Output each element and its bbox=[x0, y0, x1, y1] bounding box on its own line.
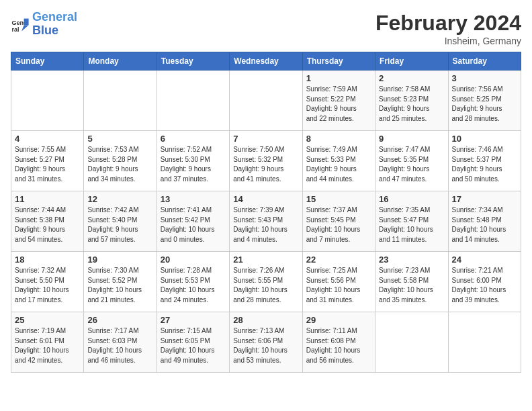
svg-text:ral: ral bbox=[11, 26, 19, 32]
day-number: 8 bbox=[306, 134, 371, 144]
logo: Gene ral General Blue bbox=[11, 11, 77, 38]
day-info: Sunrise: 7:13 AM Sunset: 6:06 PM Dayligh… bbox=[233, 326, 298, 365]
calendar-cell: 19Sunrise: 7:30 AM Sunset: 5:52 PM Dayli… bbox=[84, 252, 157, 312]
day-info: Sunrise: 7:58 AM Sunset: 5:23 PM Dayligh… bbox=[379, 85, 444, 124]
week-row-4: 18Sunrise: 7:32 AM Sunset: 5:50 PM Dayli… bbox=[11, 252, 521, 312]
day-info: Sunrise: 7:52 AM Sunset: 5:30 PM Dayligh… bbox=[161, 145, 226, 184]
day-info: Sunrise: 7:41 AM Sunset: 5:42 PM Dayligh… bbox=[161, 205, 226, 244]
calendar-cell: 18Sunrise: 7:32 AM Sunset: 5:50 PM Dayli… bbox=[11, 252, 84, 312]
day-number: 10 bbox=[452, 134, 517, 144]
calendar-cell: 28Sunrise: 7:13 AM Sunset: 6:06 PM Dayli… bbox=[230, 312, 302, 373]
calendar-cell: 24Sunrise: 7:21 AM Sunset: 6:00 PM Dayli… bbox=[448, 252, 521, 312]
day-number: 5 bbox=[87, 134, 152, 144]
header: Gene ral General Blue February 2024 Insh… bbox=[11, 11, 521, 46]
day-number: 16 bbox=[379, 194, 444, 204]
calendar-cell: 2Sunrise: 7:58 AM Sunset: 5:23 PM Daylig… bbox=[375, 71, 448, 131]
day-number: 7 bbox=[233, 134, 298, 144]
day-info: Sunrise: 7:15 AM Sunset: 6:05 PM Dayligh… bbox=[161, 326, 226, 365]
title-area: February 2024 Insheim, Germany bbox=[375, 11, 521, 46]
calendar-cell: 23Sunrise: 7:23 AM Sunset: 5:58 PM Dayli… bbox=[375, 252, 448, 312]
day-info: Sunrise: 7:44 AM Sunset: 5:38 PM Dayligh… bbox=[15, 205, 80, 244]
weekday-header-wednesday: Wednesday bbox=[230, 52, 302, 71]
day-number: 6 bbox=[161, 134, 226, 144]
logo-icon: Gene ral bbox=[11, 15, 30, 34]
day-number: 22 bbox=[306, 255, 371, 265]
week-row-2: 4Sunrise: 7:55 AM Sunset: 5:27 PM Daylig… bbox=[11, 131, 521, 191]
calendar-cell: 7Sunrise: 7:50 AM Sunset: 5:32 PM Daylig… bbox=[230, 131, 302, 191]
day-info: Sunrise: 7:35 AM Sunset: 5:47 PM Dayligh… bbox=[379, 205, 444, 244]
day-number: 19 bbox=[87, 255, 152, 265]
day-info: Sunrise: 7:32 AM Sunset: 5:50 PM Dayligh… bbox=[15, 266, 80, 305]
calendar-cell: 16Sunrise: 7:35 AM Sunset: 5:47 PM Dayli… bbox=[375, 191, 448, 252]
day-info: Sunrise: 7:49 AM Sunset: 5:33 PM Dayligh… bbox=[306, 145, 371, 184]
calendar-cell: 22Sunrise: 7:25 AM Sunset: 5:56 PM Dayli… bbox=[302, 252, 375, 312]
day-info: Sunrise: 7:17 AM Sunset: 6:03 PM Dayligh… bbox=[87, 326, 152, 365]
day-info: Sunrise: 7:30 AM Sunset: 5:52 PM Dayligh… bbox=[87, 266, 152, 305]
day-number: 23 bbox=[379, 255, 444, 265]
calendar-cell: 11Sunrise: 7:44 AM Sunset: 5:38 PM Dayli… bbox=[11, 191, 84, 252]
day-number: 21 bbox=[233, 255, 298, 265]
day-number: 17 bbox=[452, 194, 517, 204]
day-number: 18 bbox=[15, 255, 80, 265]
svg-marker-2 bbox=[24, 18, 29, 25]
calendar-cell: 21Sunrise: 7:26 AM Sunset: 5:55 PM Dayli… bbox=[230, 252, 302, 312]
calendar-cell bbox=[230, 71, 302, 131]
day-info: Sunrise: 7:23 AM Sunset: 5:58 PM Dayligh… bbox=[379, 266, 444, 305]
day-info: Sunrise: 7:11 AM Sunset: 6:08 PM Dayligh… bbox=[306, 326, 371, 365]
day-info: Sunrise: 7:50 AM Sunset: 5:32 PM Dayligh… bbox=[233, 145, 298, 184]
month-title: February 2024 bbox=[375, 11, 521, 36]
day-info: Sunrise: 7:55 AM Sunset: 5:27 PM Dayligh… bbox=[15, 145, 80, 184]
weekday-header-thursday: Thursday bbox=[302, 52, 375, 71]
day-number: 9 bbox=[379, 134, 444, 144]
calendar-cell: 27Sunrise: 7:15 AM Sunset: 6:05 PM Dayli… bbox=[157, 312, 229, 373]
logo-text-line2: Blue bbox=[32, 24, 77, 38]
calendar-cell: 26Sunrise: 7:17 AM Sunset: 6:03 PM Dayli… bbox=[84, 312, 157, 373]
logo-text-line1: General bbox=[32, 11, 77, 24]
week-row-5: 25Sunrise: 7:19 AM Sunset: 6:01 PM Dayli… bbox=[11, 312, 521, 373]
day-number: 12 bbox=[87, 194, 152, 204]
calendar-cell: 3Sunrise: 7:56 AM Sunset: 5:25 PM Daylig… bbox=[448, 71, 521, 131]
weekday-header-monday: Monday bbox=[84, 52, 157, 71]
day-number: 26 bbox=[87, 315, 152, 325]
day-number: 13 bbox=[161, 194, 226, 204]
calendar-cell: 1Sunrise: 7:59 AM Sunset: 5:22 PM Daylig… bbox=[302, 71, 375, 131]
calendar-cell: 25Sunrise: 7:19 AM Sunset: 6:01 PM Dayli… bbox=[11, 312, 84, 373]
day-info: Sunrise: 7:19 AM Sunset: 6:01 PM Dayligh… bbox=[15, 326, 80, 365]
day-number: 1 bbox=[306, 73, 371, 83]
calendar-cell: 5Sunrise: 7:53 AM Sunset: 5:28 PM Daylig… bbox=[84, 131, 157, 191]
calendar-cell: 29Sunrise: 7:11 AM Sunset: 6:08 PM Dayli… bbox=[302, 312, 375, 373]
day-number: 25 bbox=[15, 315, 80, 325]
weekday-header-sunday: Sunday bbox=[11, 52, 84, 71]
calendar-cell bbox=[375, 312, 448, 373]
calendar-table: SundayMondayTuesdayWednesdayThursdayFrid… bbox=[11, 52, 521, 373]
calendar-cell bbox=[11, 71, 84, 131]
calendar-cell: 8Sunrise: 7:49 AM Sunset: 5:33 PM Daylig… bbox=[302, 131, 375, 191]
calendar-cell: 15Sunrise: 7:37 AM Sunset: 5:45 PM Dayli… bbox=[302, 191, 375, 252]
calendar-cell: 6Sunrise: 7:52 AM Sunset: 5:30 PM Daylig… bbox=[157, 131, 229, 191]
day-number: 15 bbox=[306, 194, 371, 204]
day-info: Sunrise: 7:42 AM Sunset: 5:40 PM Dayligh… bbox=[87, 205, 152, 244]
day-info: Sunrise: 7:47 AM Sunset: 5:35 PM Dayligh… bbox=[379, 145, 444, 184]
day-info: Sunrise: 7:53 AM Sunset: 5:28 PM Dayligh… bbox=[87, 145, 152, 184]
day-number: 2 bbox=[379, 73, 444, 83]
calendar-cell bbox=[84, 71, 157, 131]
day-info: Sunrise: 7:59 AM Sunset: 5:22 PM Dayligh… bbox=[306, 85, 371, 124]
calendar-cell: 17Sunrise: 7:34 AM Sunset: 5:48 PM Dayli… bbox=[448, 191, 521, 252]
calendar-cell bbox=[157, 71, 229, 131]
day-number: 11 bbox=[15, 194, 80, 204]
day-number: 4 bbox=[15, 134, 80, 144]
calendar-cell: 10Sunrise: 7:46 AM Sunset: 5:37 PM Dayli… bbox=[448, 131, 521, 191]
day-number: 29 bbox=[306, 315, 371, 325]
day-info: Sunrise: 7:39 AM Sunset: 5:43 PM Dayligh… bbox=[233, 205, 298, 244]
weekday-header-tuesday: Tuesday bbox=[157, 52, 229, 71]
day-info: Sunrise: 7:25 AM Sunset: 5:56 PM Dayligh… bbox=[306, 266, 371, 305]
location-title: Insheim, Germany bbox=[375, 36, 521, 46]
day-info: Sunrise: 7:28 AM Sunset: 5:53 PM Dayligh… bbox=[161, 266, 226, 305]
day-info: Sunrise: 7:34 AM Sunset: 5:48 PM Dayligh… bbox=[452, 205, 517, 244]
weekday-header-row: SundayMondayTuesdayWednesdayThursdayFrid… bbox=[11, 52, 521, 71]
day-number: 14 bbox=[233, 194, 298, 204]
weekday-header-saturday: Saturday bbox=[448, 52, 521, 71]
calendar-cell bbox=[448, 312, 521, 373]
day-info: Sunrise: 7:56 AM Sunset: 5:25 PM Dayligh… bbox=[452, 85, 517, 124]
day-info: Sunrise: 7:26 AM Sunset: 5:55 PM Dayligh… bbox=[233, 266, 298, 305]
